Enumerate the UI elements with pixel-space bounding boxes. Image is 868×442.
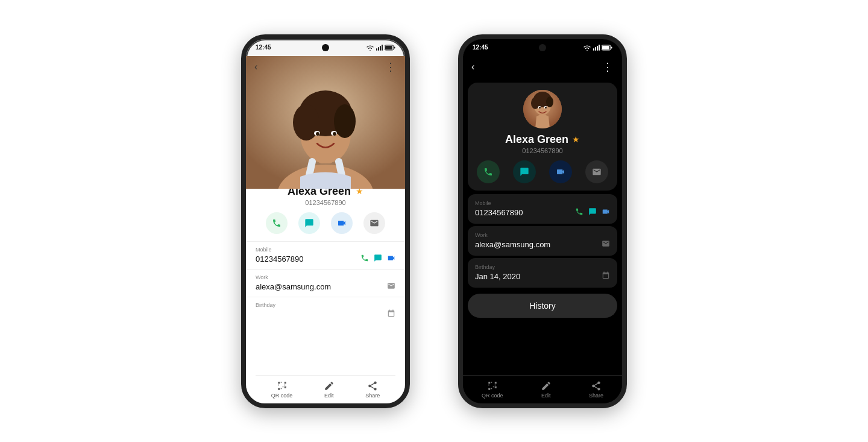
- mobile-msg-icon-light[interactable]: [374, 254, 382, 264]
- more-button-dark[interactable]: ⋮: [602, 60, 614, 74]
- edit-button-light[interactable]: Edit: [324, 380, 335, 399]
- dark-birthday-value-row: Jan 14, 2020: [475, 271, 610, 282]
- svg-rect-22: [284, 386, 286, 388]
- birthday-value-row-light: [256, 309, 395, 320]
- svg-point-30: [546, 96, 553, 107]
- dark-mobile-video-icon[interactable]: [602, 207, 610, 218]
- edit-label-dark: Edit: [541, 393, 551, 399]
- svg-point-13: [333, 132, 336, 136]
- email-button-light[interactable]: [363, 212, 385, 234]
- dark-email-button[interactable]: [585, 160, 608, 183]
- work-email-icon-light[interactable]: [387, 282, 395, 292]
- status-bar-dark: 12:45: [463, 39, 622, 56]
- share-label-light: Share: [365, 393, 380, 399]
- nav-bar-dark: ‹ ⋮: [463, 56, 622, 78]
- share-label-dark: Share: [589, 393, 603, 399]
- dark-phone: 12:45 ‹ ⋮: [458, 34, 627, 408]
- mobile-label-light: Mobile: [256, 247, 395, 253]
- dark-birthday-cal-icon[interactable]: [602, 271, 610, 282]
- work-actions-light: [387, 282, 395, 292]
- dark-contact-name-row: Alexa Green ★: [505, 133, 580, 146]
- svg-rect-20: [280, 388, 281, 389]
- dark-message-button[interactable]: [513, 160, 536, 183]
- dark-mobile-msg-icon[interactable]: [588, 207, 597, 218]
- svg-rect-38: [495, 382, 497, 384]
- gesture-back-dark: ‹: [597, 406, 600, 408]
- share-button-light[interactable]: Share: [365, 380, 380, 399]
- svg-rect-37: [488, 384, 489, 385]
- notch-light: [322, 44, 329, 51]
- work-value-light: alexa@samsung.com: [256, 282, 331, 291]
- birthday-label-light: Birthday: [256, 302, 395, 308]
- mobile-section-light: Mobile 01234567890: [256, 242, 395, 269]
- edit-button-dark[interactable]: Edit: [541, 380, 552, 399]
- nav-gestures-light: ‹: [256, 405, 395, 408]
- svg-rect-21: [282, 386, 283, 387]
- back-button-dark[interactable]: ‹: [471, 62, 474, 72]
- action-icons-row-light: [256, 212, 395, 234]
- svg-rect-1: [385, 46, 392, 49]
- avatar-dark: [523, 90, 562, 128]
- qr-button-dark[interactable]: QR code: [482, 380, 503, 399]
- dark-call-button[interactable]: [477, 160, 500, 183]
- dark-birthday-label: Birthday: [475, 264, 610, 270]
- mobile-actions-light: [360, 254, 395, 264]
- nav-bar-light: ‹ ⋮: [246, 56, 405, 78]
- time-dark: 12:45: [473, 44, 488, 51]
- dark-birthday-value: Jan 14, 2020: [475, 272, 520, 281]
- video-button-light[interactable]: [331, 212, 353, 234]
- birthday-cal-icon-light[interactable]: [387, 309, 395, 320]
- dark-video-button[interactable]: [549, 160, 572, 183]
- gesture-home-dark: [542, 406, 552, 408]
- edit-label-light: Edit: [324, 393, 334, 399]
- light-content: ‹ ⋮: [246, 56, 405, 408]
- dark-content: ‹ ⋮: [463, 56, 622, 408]
- dark-work-email-icon[interactable]: [602, 239, 610, 250]
- svg-point-34: [545, 107, 547, 109]
- status-icons-dark: [583, 45, 612, 51]
- svg-rect-15: [280, 382, 281, 383]
- svg-rect-14: [278, 382, 280, 384]
- svg-rect-17: [284, 382, 286, 384]
- qr-button-light[interactable]: QR code: [271, 380, 293, 399]
- qr-label-dark: QR code: [482, 393, 503, 399]
- mobile-call-icon-light[interactable]: [360, 254, 369, 264]
- svg-point-9: [334, 104, 356, 138]
- dark-mobile-value: 01234567890: [475, 208, 523, 217]
- share-button-dark[interactable]: Share: [589, 380, 603, 399]
- message-button-light[interactable]: [298, 212, 320, 234]
- battery-icon-dark: [602, 45, 612, 51]
- dark-work-value-row: alexa@samsung.com: [475, 239, 610, 250]
- dark-action-icons-row: [477, 160, 608, 183]
- wifi-icon-dark: [583, 45, 591, 51]
- dark-mobile-section: Mobile 01234567890: [468, 194, 617, 224]
- back-button-light[interactable]: ‹: [254, 62, 257, 72]
- battery-icon-light: [385, 45, 395, 51]
- time-light: 12:45: [256, 44, 271, 51]
- svg-rect-35: [488, 382, 490, 384]
- more-button-light[interactable]: ⋮: [385, 60, 397, 74]
- svg-rect-41: [491, 388, 492, 389]
- dark-contact-phone: 01234567890: [522, 147, 562, 154]
- svg-point-12: [316, 132, 319, 136]
- dark-birthday-section: Birthday Jan 14, 2020: [468, 258, 617, 288]
- svg-rect-36: [491, 382, 492, 383]
- call-button-light[interactable]: [266, 212, 288, 234]
- history-button[interactable]: History: [468, 294, 617, 318]
- dark-contact-name: Alexa Green: [505, 133, 568, 146]
- svg-rect-40: [488, 388, 490, 390]
- signal-icon-dark: [593, 45, 600, 51]
- nav-gestures-dark: ‹: [463, 402, 622, 408]
- svg-rect-2: [394, 46, 395, 48]
- dark-mobile-call-icon[interactable]: [575, 207, 583, 218]
- svg-rect-42: [493, 386, 494, 387]
- svg-rect-43: [495, 386, 497, 388]
- mobile-value-row-light: 01234567890: [256, 254, 395, 264]
- avatar-photo-dark: [523, 90, 562, 128]
- svg-rect-16: [278, 384, 279, 385]
- dark-work-section: Work alexa@samsung.com: [468, 226, 617, 256]
- dark-avatar-section: Alexa Green ★ 01234567890: [468, 83, 617, 191]
- birthday-section-light: Birthday: [256, 297, 395, 324]
- mobile-video-icon-light[interactable]: [387, 254, 395, 264]
- signal-icon-light: [376, 45, 383, 51]
